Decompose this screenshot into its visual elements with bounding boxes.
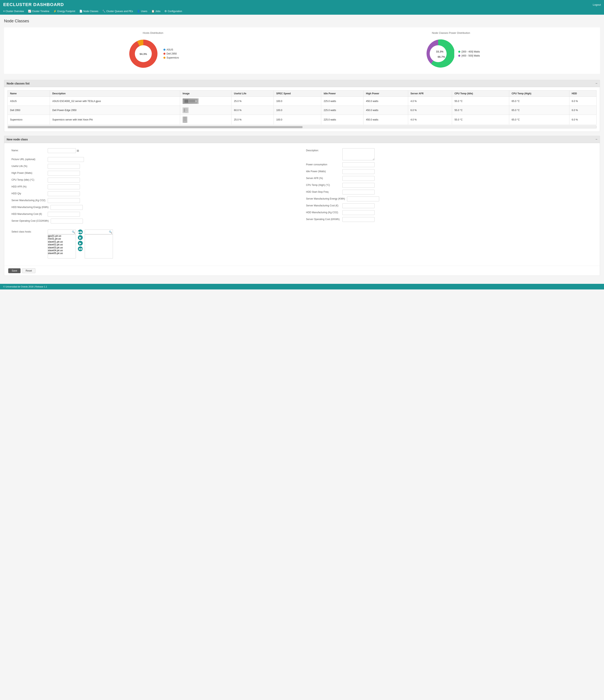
svg-rect-12 [186,109,187,109]
host-list-item[interactable]: slave03.pir.uo [48,246,76,249]
new-node-form-grid: Name: ⊞ Picture URL (optional): [7,146,597,227]
legend-asus: ASUS [164,48,179,51]
hdd-mfg-co2-form-group: HDD Manufacturing (Kg CO2) 0.0 [306,210,593,215]
idle-power-label: Idle Power (Watts) [306,169,340,173]
server-image [183,98,199,104]
hosts-chart-inner: 94.3% ASUS Dell 2950 Supermicro [127,38,179,70]
nav-jobs[interactable]: 📋 Jobs [151,9,161,13]
server-mfg-energy-input[interactable]: 0.0 [347,197,379,201]
server-mfg-co2-input[interactable]: 0.0 [48,198,80,203]
new-node-panel-title: New node class [7,138,28,141]
hosts-left-list[interactable]: gpu01.pir.uomic01.pir.uoslave01.pir.uosl… [48,234,76,258]
hdd-start-stop-label: HDD Start-Stop Freq [306,190,340,193]
hdd-mfg-energy-input[interactable]: 0.0 [50,205,83,210]
nav-configuration[interactable]: ⚙ Configuration [164,9,182,13]
picture-url-label: Picture URL (optional): [11,157,46,161]
footer: © Universidad de Oviedo 2018 | Release 1… [0,284,604,290]
svg-text:33.3%: 33.3% [436,50,443,53]
transfer-left-btn[interactable]: ▶ [78,241,83,246]
cell-name: Dell 2950 [8,106,50,115]
host-list-item[interactable]: slave05.pir.uo [48,252,76,255]
col-idle-power: Idle Power [321,91,363,97]
server-op-cost-input[interactable]: 0.0 [342,217,375,222]
300-400-legend-dot [458,51,460,53]
server-afr-input[interactable]: 0.0 [342,176,375,181]
cpu-temp-high-input[interactable]: 0.0 [342,183,375,188]
useful-life-input[interactable]: 0.0 [48,164,80,169]
hdd-start-stop-form-group: HDD Start-Stop Freq 0.0 [306,190,593,195]
cpu-temp-idle-input[interactable]: 0.0 [48,178,80,182]
svg-point-2 [430,45,446,62]
nav-users[interactable]: 👤 Users [137,9,147,13]
scrollbar-thumb [8,126,303,128]
host-list-item[interactable]: gpu01.pir.uo [48,234,76,238]
hdd-mfg-cost-input[interactable]: 0.0 [48,212,80,217]
power-consumption-input[interactable]: 0.0 [342,162,375,167]
hosts-search-right-input[interactable] [85,229,113,234]
picture-url-input[interactable] [48,157,84,162]
svg-point-9 [195,101,197,102]
transfer-right-btn[interactable]: ▶ [78,235,83,240]
charts-section: Hosts Distribution 94.3% [4,27,600,74]
cell-useful-life: 60.0 % [232,106,274,115]
power-chart-title: Node Classes Power Distribution [432,31,470,34]
col-spec-speed: SPEC Speed [274,91,321,97]
hdd-qty-label: HDD Qty [11,191,46,195]
hosts-search-left: 🔍 [48,229,76,234]
power-chart-inner: 33.3% 66.7% [300 - 400] Watts [400 - 500… [422,38,480,70]
svg-rect-16 [184,119,186,120]
grid-icon[interactable]: ⊞ [77,149,79,152]
server-mfg-cost-input[interactable]: 0.0 [342,203,375,208]
cell-server-afr: 6.0 % [408,106,452,115]
form-right-col: Description: Power consumption 0.0 Idle … [302,146,597,227]
col-high-power: High Power [363,91,408,97]
idle-power-input[interactable]: 0.0 [342,169,375,174]
node-classes-toggle-button[interactable]: − [596,82,597,85]
footer-text: © Universidad de Oviedo 2018 | Release 1… [3,285,47,288]
nav-cluster-timeline[interactable]: 📈 Cluster Timeline [28,9,49,13]
host-list-item[interactable]: mic01.pir.uo [48,238,76,240]
server-mfg-co2-form-group: Server Manufacturing (Kg CO2) 0.0 [11,198,298,203]
hdd-qty-form-group: HDD Qty 0 [11,191,298,196]
cell-hdd: 6.0 % [569,97,596,106]
hosts-search-left-input[interactable] [48,229,76,234]
nav-node-classes[interactable]: 📄 Node Classes [79,9,98,13]
logout-button[interactable]: Logout [593,3,601,6]
host-list-item[interactable]: slave01.pir.uo [48,241,76,243]
cell-server-afr: 4.0 % [408,115,452,125]
col-useful-life: Useful Life [232,91,274,97]
transfer-buttons: ▶▶ ▶ ▶ ◀◀ [78,229,83,251]
save-button[interactable]: Save [8,268,21,273]
hosts-controls: 🔍 gpu01.pir.uomic01.pir.uoslave01.pir.uo… [48,229,113,258]
hosts-search-right-btn[interactable]: 🔍 [109,230,112,233]
hosts-search-left-btn[interactable]: 🔍 [72,230,75,233]
select-hosts-label: Select class hosts: [11,229,46,233]
transfer-all-left-btn[interactable]: ◀◀ [78,246,83,251]
col-image: Image [180,91,232,97]
hdd-afr-input[interactable]: 0.0 [48,184,80,189]
hosts-right-section: 🔍 [85,229,113,258]
reset-button[interactable]: Reset [22,268,35,273]
new-node-panel: New node class − Name: ⊞ [4,136,600,276]
hdd-mfg-co2-input[interactable]: 0.0 [342,210,375,215]
server-image [183,107,189,113]
hdd-start-stop-input[interactable]: 0.0 [342,190,375,195]
nav-cluster-queues[interactable]: 🔧 Cluster Queues and PEs [102,9,133,13]
horizontal-scrollbar[interactable] [7,126,597,128]
picture-url-form-group: Picture URL (optional): [11,157,298,162]
nav-energy-footprint[interactable]: ⚡ Energy Footprint [53,9,75,13]
cell-description: Dell Power-Edge 2950 [50,106,180,115]
server-op-co2-input[interactable]: 0.0 [51,219,83,223]
host-list-item[interactable]: slave04.pir.uo [48,249,76,252]
high-power-input[interactable]: 0.0 [48,171,80,176]
hdd-qty-input[interactable]: 0 [48,191,80,196]
svg-text:94.3%: 94.3% [140,52,147,55]
host-list-item[interactable]: slave02.pir.uo [48,243,76,246]
name-input[interactable] [48,148,76,153]
description-textarea[interactable] [342,148,375,160]
cell-cpu-temp-high: 65.0 °C [509,115,569,125]
transfer-all-right-btn[interactable]: ▶▶ [78,229,83,234]
new-node-toggle-button[interactable]: − [596,138,597,141]
cell-useful-life: 25.0 % [232,97,274,106]
nav-cluster-overview[interactable]: ≡ Cluster Overview [3,9,24,13]
